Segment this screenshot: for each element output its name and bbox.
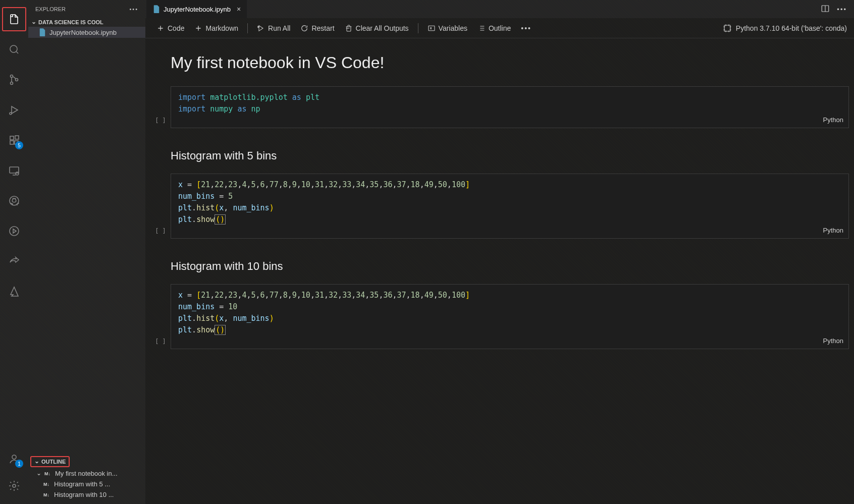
svg-point-1 [11,75,13,78]
github-icon[interactable] [2,189,26,213]
file-name: JupyterNotebook.ipynb [49,29,117,36]
file-item[interactable]: JupyterNotebook.ipynb [28,27,145,38]
tab-label: JupyterNotebook.ipynb [164,6,231,13]
cell-language[interactable]: Python [823,115,843,125]
svg-point-0 [10,45,17,52]
svg-point-12 [10,227,19,236]
accounts-badge: 1 [15,460,23,468]
tab-bar: JupyterNotebook.ipynb × ••• [145,0,854,18]
svg-rect-5 [10,136,14,140]
source-control-icon[interactable] [2,68,26,92]
svg-point-2 [11,82,13,85]
tab-active[interactable]: JupyterNotebook.ipynb × [146,0,247,18]
svg-rect-17 [724,25,730,31]
add-markdown-label: Markdown [205,24,238,32]
markdown-badge-icon: M↓ [44,471,50,476]
chevron-down-icon: ⌄ [34,458,39,465]
cell-language[interactable]: Python [823,226,843,236]
notebook-title: My first notebook in VS Code! [171,53,849,72]
sidebar: EXPLORER ••• ⌄ DATA SCIENCE IS COOL Jupy… [28,0,145,504]
activity-bottom: 1 [2,443,26,501]
outline-section: ⌄ OUTLINE ⌄ M↓ My first notebook in... M… [28,455,145,504]
live-share-icon[interactable] [2,219,26,243]
toolbar-separator [418,23,418,33]
azure-icon[interactable] [2,279,26,304]
cell-exec-count: [ ] [150,174,171,239]
svg-point-3 [16,79,18,81]
extensions-icon[interactable]: 5 [2,128,26,152]
settings-gear-icon[interactable] [2,474,26,498]
kernel-label: Python 3.7.10 64-bit ('base': conda) [736,24,847,32]
kernel-selector[interactable]: Python 3.7.10 64-bit ('base': conda) [723,24,847,33]
run-all-button[interactable]: Run All [253,22,294,34]
svg-rect-6 [10,141,14,144]
chevron-down-icon: ⌄ [36,470,41,477]
code-editor[interactable]: x = [21,22,23,4,5,6,77,8,9,10,31,32,33,3… [171,284,849,349]
cell-exec-count: [ ] [150,284,171,349]
outline-item-label: Histogram with 5 ... [54,480,110,488]
outline-child-item[interactable]: M↓ Histogram with 5 ... [28,479,145,489]
chevron-down-icon: ⌄ [31,18,36,25]
toolbar-separator [247,23,248,33]
code-editor[interactable]: x = [21,22,23,4,5,6,77,8,9,10,31,32,33,3… [171,174,849,239]
section-heading: Histogram with 10 bins [171,260,849,273]
svg-point-14 [13,484,16,487]
folder-name: DATA SCIENCE IS COOL [38,19,103,25]
outline-item-label: Histogram with 10 ... [54,491,114,498]
svg-point-10 [16,172,19,175]
cell-language[interactable]: Python [823,336,843,346]
editor-area: JupyterNotebook.ipynb × ••• Code Markdow… [145,0,854,504]
sidebar-files-section: ⌄ DATA SCIENCE IS COOL JupyterNotebook.i… [28,18,145,38]
add-markdown-button[interactable]: Markdown [190,22,242,34]
share-icon[interactable] [2,249,26,273]
split-editor-icon[interactable] [821,4,830,15]
code-cell[interactable]: [ ] import matplotlib.pyplot as plt impo… [150,86,849,128]
sidebar-more-icon[interactable]: ••• [129,6,138,12]
notebook-file-icon [38,28,46,36]
close-icon[interactable]: × [237,5,241,13]
sidebar-title: EXPLORER [35,6,66,12]
add-code-button[interactable]: Code [152,22,188,34]
extensions-badge: 5 [15,141,23,149]
notebook-body[interactable]: My first notebook in VS Code! [ ] import… [145,38,854,504]
section-heading: Histogram with 5 bins [171,149,849,162]
outline-root-item[interactable]: ⌄ M↓ My first notebook in... [28,468,145,479]
svg-point-13 [12,455,16,459]
code-editor[interactable]: import matplotlib.pyplot as plt import n… [171,86,849,128]
tab-actions: ••• [821,4,854,15]
accounts-icon[interactable]: 1 [2,446,26,471]
add-code-label: Code [168,24,184,32]
svg-point-4 [10,113,12,115]
search-icon[interactable] [2,37,26,62]
restart-button[interactable]: Restart [296,22,338,34]
outline-button-label: Outline [489,24,511,32]
explorer-icon[interactable] [2,7,26,31]
more-actions-icon[interactable]: ••• [837,6,847,13]
outline-title: OUTLINE [41,459,66,465]
clear-outputs-button[interactable]: Clear All Outputs [341,22,413,34]
notebook-file-icon [152,5,161,13]
code-cell[interactable]: [ ] x = [21,22,23,4,5,6,77,8,9,10,31,32,… [150,174,849,239]
outline-button[interactable]: Outline [473,22,515,34]
outline-item-label: My first notebook in... [55,470,118,477]
restart-label: Restart [311,24,334,32]
svg-rect-8 [15,136,19,139]
run-all-label: Run All [268,24,290,32]
cell-exec-count: [ ] [150,86,171,128]
toolbar-more-icon[interactable]: ••• [517,22,536,34]
code-cell[interactable]: [ ] x = [21,22,23,4,5,6,77,8,9,10,31,32,… [150,284,849,349]
activity-bar: 5 1 [0,0,28,504]
outline-header[interactable]: ⌄ OUTLINE [30,456,70,467]
markdown-badge-icon: M↓ [43,482,49,487]
sidebar-header: EXPLORER ••• [28,0,145,18]
variables-button[interactable]: Variables [423,22,471,34]
variables-label: Variables [439,24,467,32]
outline-child-item[interactable]: M↓ Histogram with 10 ... [28,489,145,500]
folder-root[interactable]: ⌄ DATA SCIENCE IS COOL [28,18,145,27]
notebook-toolbar: Code Markdown Run All Restart Clear All … [145,18,854,38]
markdown-badge-icon: M↓ [43,492,49,497]
remote-icon[interactable] [2,158,26,183]
run-debug-icon[interactable] [2,98,26,122]
clear-outputs-label: Clear All Outputs [356,24,409,32]
svg-rect-16 [429,26,435,30]
